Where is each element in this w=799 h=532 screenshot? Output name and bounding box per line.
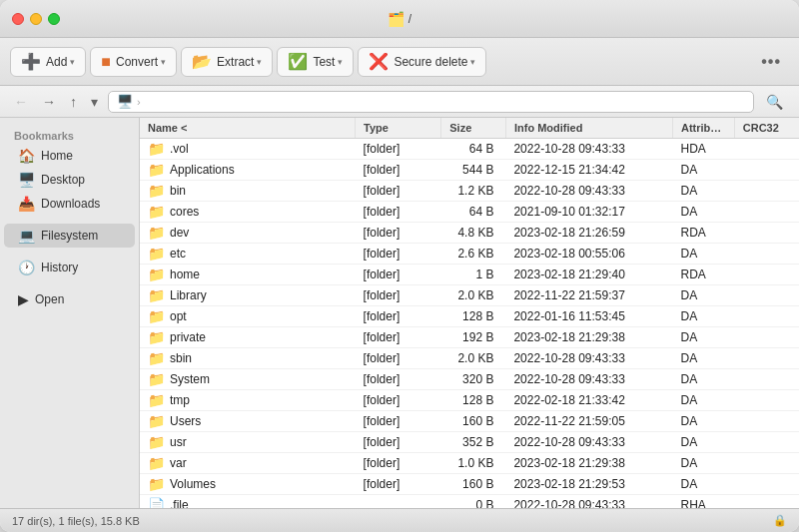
test-button[interactable]: ✅ Test ▾ [277,47,354,77]
history-icon: 🕐 [18,260,35,275]
table-row[interactable]: 📁 tmp [folder] 128 B 2022-02-18 21:33:42… [140,390,799,411]
secure-delete-button[interactable]: ❌ Secure delete ▾ [358,47,486,77]
location-dropdown-button[interactable]: ▾ [87,92,102,112]
table-header-row: Name < Type Size Info Modified Attrib… C… [140,118,799,139]
cell-type: [folder] [356,244,441,265]
table-row[interactable]: 📁 dev [folder] 4.8 KB 2023-02-18 21:26:5… [140,223,799,244]
back-button[interactable]: ← [10,92,32,112]
col-header-size[interactable]: Size [441,118,506,139]
cell-crc32 [734,495,799,509]
file-name: .file [170,498,189,508]
file-name: dev [170,226,189,240]
table-row[interactable]: 📁 home [folder] 1 B 2023-02-18 21:29:40 … [140,265,799,285]
sidebar-item-home[interactable]: 🏠 Home [4,144,135,168]
cell-size: 160 B [441,411,506,432]
convert-button[interactable]: ■ Convert ▾ [90,47,177,77]
window-title: 🗂️ / [388,11,411,27]
table-row[interactable]: 📁 Applications [folder] 544 B 2022-12-15… [140,160,799,181]
col-header-type[interactable]: Type [356,118,441,139]
close-button[interactable] [12,13,24,25]
statusbar-info: 17 dir(s), 1 file(s), 15.8 KB [12,515,140,527]
add-button[interactable]: ➕ Add ▾ [10,47,86,77]
cell-attrib: DA [673,160,735,181]
folder-icon: 📁 [148,287,165,303]
cell-size: 2.6 KB [441,244,506,265]
cell-crc32 [734,265,799,285]
cell-attrib: DA [673,432,735,453]
search-button[interactable]: 🔍 [760,92,789,112]
cell-type: [folder] [356,369,441,390]
table-row[interactable]: 📁 usr [folder] 352 B 2022-10-28 09:43:33… [140,432,799,453]
cell-type [356,495,441,509]
cell-name: 📁 opt [140,306,356,327]
cell-size: 1.2 KB [441,181,506,202]
cell-size: 4.8 KB [441,223,506,244]
cell-size: 160 B [441,474,506,495]
file-name: var [170,456,187,470]
cell-type: [folder] [356,139,441,160]
cell-crc32 [734,411,799,432]
file-name: home [170,267,200,281]
file-name: bin [170,184,186,198]
location-bar[interactable]: 🖥️ › [108,91,754,113]
table-row[interactable]: 📁 opt [folder] 128 B 2022-01-16 11:53:45… [140,306,799,327]
cell-size: 128 B [441,390,506,411]
cell-name: 📁 usr [140,432,356,453]
cell-type: [folder] [356,348,441,369]
sidebar-item-open[interactable]: ▶ Open [4,287,135,311]
minimize-button[interactable] [30,13,42,25]
cell-modified: 2022-10-28 09:43:33 [505,369,672,390]
file-list[interactable]: Name < Type Size Info Modified Attrib… C… [140,118,799,508]
cell-type: [folder] [356,390,441,411]
table-row[interactable]: 📁 Library [folder] 2.0 KB 2022-11-22 21:… [140,285,799,306]
table-row[interactable]: 📁 cores [folder] 64 B 2021-09-10 01:32:1… [140,202,799,223]
sidebar-item-filesystem[interactable]: 💻 Filesystem [4,224,135,248]
extract-button[interactable]: 📂 Extract ▾ [181,47,273,77]
cell-name: 📁 home [140,265,356,285]
col-header-crc32[interactable]: CRC32 [734,118,799,139]
cell-name: 📁 Volumes [140,474,356,495]
cell-type: [folder] [356,181,441,202]
sidebar-item-desktop[interactable]: 🖥️ Desktop [4,168,135,192]
table-row[interactable]: 📁 bin [folder] 1.2 KB 2022-10-28 09:43:3… [140,181,799,202]
cell-name: 📁 Applications [140,160,356,181]
table-row[interactable]: 📁 etc [folder] 2.6 KB 2023-02-18 00:55:0… [140,244,799,265]
location-computer-icon: 🖥️ [117,94,133,109]
cell-type: [folder] [356,285,441,306]
desktop-icon: 🖥️ [18,172,35,188]
table-row[interactable]: 📁 Volumes [folder] 160 B 2023-02-18 21:2… [140,474,799,495]
col-header-name[interactable]: Name < [140,118,356,139]
col-header-modified[interactable]: Info Modified [505,118,672,139]
forward-button[interactable]: → [38,92,60,112]
maximize-button[interactable] [48,13,60,25]
table-row[interactable]: 📁 var [folder] 1.0 KB 2023-02-18 21:29:3… [140,453,799,474]
bookmarks-header: Bookmarks [0,126,139,144]
cell-type: [folder] [356,411,441,432]
cell-size: 352 B [441,432,506,453]
table-row[interactable]: 📁 System [folder] 320 B 2022-10-28 09:43… [140,369,799,390]
cell-name: 📁 etc [140,244,356,265]
cell-name: 📁 Library [140,285,356,306]
filesystem-icon: 💻 [18,228,35,244]
col-header-attrib[interactable]: Attrib… [673,118,735,139]
cell-attrib: DA [673,244,735,265]
cell-size: 0 B [441,495,506,509]
cell-crc32 [734,244,799,265]
table-row[interactable]: 📁 .vol [folder] 64 B 2022-10-28 09:43:33… [140,139,799,160]
statusbar: 17 dir(s), 1 file(s), 15.8 KB 🔒 [0,508,799,532]
more-button[interactable]: ••• [753,48,789,76]
cell-crc32 [734,453,799,474]
table-row[interactable]: 📁 private [folder] 192 B 2023-02-18 21:2… [140,327,799,348]
cell-size: 1 B [441,265,506,285]
table-row[interactable]: 📁 sbin [folder] 2.0 KB 2022-10-28 09:43:… [140,348,799,369]
cell-modified: 2022-10-28 09:43:33 [505,495,672,509]
sidebar-item-downloads[interactable]: 📥 Downloads [4,192,135,216]
table-row[interactable]: 📄 .file 0 B 2022-10-28 09:43:33 RHA [140,495,799,509]
cell-attrib: RDA [673,265,735,285]
sidebar-item-history[interactable]: 🕐 History [4,256,135,279]
extract-chevron-icon: ▾ [257,57,262,67]
up-button[interactable]: ↑ [66,92,81,112]
folder-icon: 📁 [148,371,165,387]
table-row[interactable]: 📁 Users [folder] 160 B 2022-11-22 21:59:… [140,411,799,432]
cell-attrib: DA [673,202,735,223]
